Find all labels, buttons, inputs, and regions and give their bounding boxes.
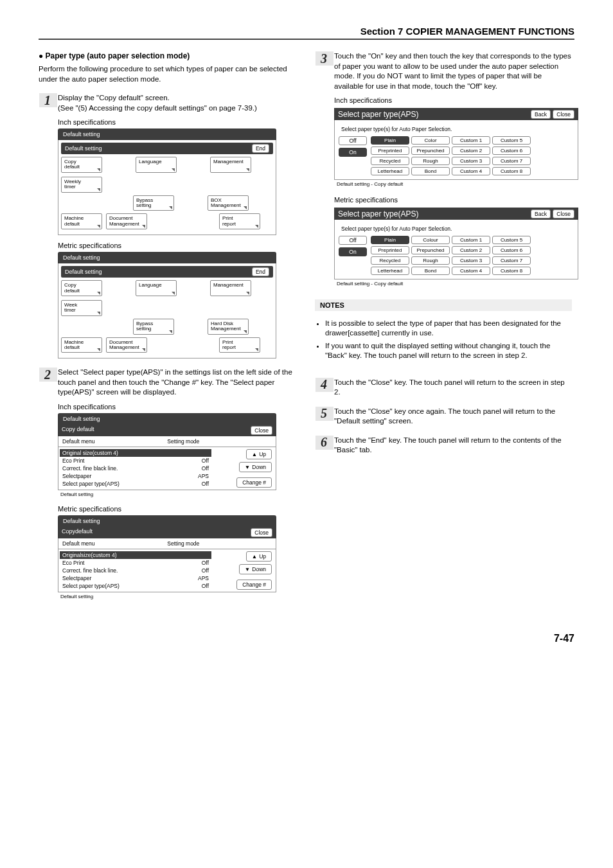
list-item[interactable]: SelectpaperAPS — [62, 574, 209, 582]
paper-type-button[interactable]: Custom 2 — [452, 246, 490, 254]
list-bar-title: Copydefault — [62, 528, 93, 537]
paper-type-button[interactable]: Letterhead — [371, 167, 409, 175]
machine-default-button[interactable]: Machine default — [61, 337, 102, 353]
paper-type-button[interactable]: Prepunched — [411, 146, 450, 155]
management-button[interactable]: Management — [210, 280, 251, 296]
bypass-setting-button[interactable]: Bypass setting — [133, 319, 174, 335]
paper-type-button[interactable]: Custom 1 — [452, 236, 490, 244]
triangle-up-icon: ▲ — [252, 553, 257, 560]
language-button[interactable]: Language — [136, 280, 177, 296]
change-button[interactable]: Change # — [236, 477, 272, 488]
panel-tab: Default setting — [58, 515, 276, 527]
list-item[interactable]: Eco PrintOff — [62, 457, 209, 465]
end-button[interactable]: End — [252, 267, 269, 276]
list-item[interactable]: SelectpaperAPS — [62, 472, 209, 480]
change-button[interactable]: Change # — [236, 580, 272, 590]
paper-type-button[interactable]: Preprinted — [371, 246, 409, 254]
machine-default-button[interactable]: Machine default — [61, 213, 102, 229]
panel-tab: Default setting — [58, 413, 276, 425]
paper-type-button[interactable]: Rough — [411, 157, 450, 165]
step-number-4: 4 — [315, 378, 333, 392]
list-item[interactable]: Correct. fine black line.Off — [62, 465, 209, 472]
paper-type-button[interactable]: Custom 8 — [492, 167, 531, 175]
print-report-button[interactable]: Print report — [219, 213, 260, 229]
paper-type-button[interactable]: Custom 6 — [492, 246, 531, 254]
back-button[interactable]: Back — [531, 110, 551, 119]
close-button[interactable]: Close — [251, 426, 272, 435]
paper-type-button[interactable]: Custom 3 — [452, 256, 490, 265]
up-button[interactable]: ▲Up — [246, 551, 272, 562]
section-title: Section 7 COPIER MANAGEMENT FUNCTIONS — [39, 26, 574, 40]
management-button[interactable]: Management — [210, 157, 251, 173]
bypass-setting-button[interactable]: Bypass setting — [133, 195, 174, 211]
paper-type-button[interactable]: Bond — [411, 167, 450, 175]
paper-type-button[interactable]: Color — [411, 136, 450, 145]
panel-title: Default setting — [65, 145, 102, 152]
copy-default-button[interactable]: Copy default — [61, 280, 102, 296]
metric-spec-label: Metric specifications — [334, 196, 572, 204]
paper-type-button[interactable]: Prepunched — [411, 246, 450, 254]
col-mode: Setting mode — [167, 540, 199, 547]
list-item[interactable]: Eco PrintOff — [62, 559, 209, 567]
document-management-button[interactable]: Document Management — [106, 213, 147, 229]
paper-type-button[interactable]: Plain — [371, 236, 409, 244]
paper-type-button[interactable]: Plain — [371, 136, 409, 145]
close-button[interactable]: Close — [553, 209, 574, 218]
list-item[interactable]: Select paper type(APS)Off — [62, 582, 209, 590]
copy-default-button[interactable]: Copy default — [61, 157, 102, 173]
print-report-button[interactable]: Print report — [219, 337, 260, 353]
off-button[interactable]: Off — [339, 236, 367, 245]
paper-type-button[interactable]: Custom 5 — [492, 236, 531, 244]
up-button[interactable]: ▲Up — [246, 449, 272, 459]
back-button[interactable]: Back — [531, 209, 551, 218]
paper-type-button[interactable]: Letterhead — [371, 267, 409, 275]
inch-spec-label: Inch specifications — [58, 403, 296, 411]
paper-type-button[interactable]: Custom 4 — [452, 167, 490, 175]
step2-text: Select "Select paper type(APS)" in the s… — [58, 368, 296, 398]
down-button[interactable]: ▼Down — [239, 462, 272, 472]
step4-text: Touch the "Close" key. The touch panel w… — [334, 378, 572, 398]
col-menu: Default menu — [62, 540, 95, 547]
week-timer-button[interactable]: Week timer — [61, 300, 102, 316]
list-item[interactable]: Original size(custom 4) — [60, 449, 211, 457]
step-number-3: 3 — [315, 51, 333, 66]
down-button[interactable]: ▼Down — [239, 564, 272, 574]
list-item[interactable]: Originalsize(custom 4) — [60, 551, 211, 559]
paper-type-button[interactable]: Preprinted — [371, 146, 409, 155]
paper-type-button[interactable]: Recycled — [371, 157, 409, 165]
paper-type-button[interactable]: Custom 1 — [452, 136, 490, 145]
panel-tab: Default setting — [58, 128, 276, 140]
paper-type-button[interactable]: Custom 2 — [452, 146, 490, 155]
paper-type-button[interactable]: Custom 4 — [452, 267, 490, 275]
end-button[interactable]: End — [252, 144, 269, 153]
paper-type-button[interactable]: Rough — [411, 256, 450, 265]
weekly-timer-button[interactable]: Weekly timer — [61, 177, 102, 193]
document-management-button[interactable]: Document Management — [106, 337, 147, 353]
on-button[interactable]: On — [339, 247, 367, 256]
paper-type-button[interactable]: Custom 3 — [452, 157, 490, 165]
off-button[interactable]: Off — [339, 136, 367, 145]
close-button[interactable]: Close — [251, 528, 272, 537]
paper-type-button[interactable]: Custom 8 — [492, 267, 531, 275]
paper-type-button[interactable]: Recycled — [371, 256, 409, 265]
paper-type-button[interactable]: Custom 7 — [492, 157, 531, 165]
list-item[interactable]: Select paper type(APS)Off — [62, 480, 209, 488]
box-management-button[interactable]: BOX Management — [208, 195, 249, 211]
paper-type-button[interactable]: Custom 7 — [492, 256, 531, 265]
language-button[interactable]: Language — [136, 157, 177, 173]
paper-type-button[interactable]: Colour — [411, 236, 450, 244]
paper-type-button[interactable]: Bond — [411, 267, 450, 275]
list-item[interactable]: Correct. fine black line.Off — [62, 567, 209, 574]
harddisk-management-button[interactable]: Hard Disk Management — [208, 319, 249, 335]
step1-line2: (See "(5) Accessing the copy default set… — [58, 104, 257, 112]
paper-type-button[interactable]: Custom 5 — [492, 136, 531, 145]
on-button[interactable]: On — [339, 148, 367, 157]
paper-type-button[interactable]: Custom 6 — [492, 146, 531, 155]
aps-subtitle: Select paper type(s) for Auto Paper Sele… — [341, 126, 574, 132]
close-button[interactable]: Close — [553, 110, 574, 119]
panel-footer: Default setting - Copy default — [334, 279, 578, 288]
intro-text: Perform the following procedure to set w… — [39, 64, 296, 84]
panel-footer: Default setting - Copy default — [334, 180, 578, 188]
panel-footer: Default setting — [58, 592, 276, 601]
step-number-2: 2 — [39, 368, 57, 382]
